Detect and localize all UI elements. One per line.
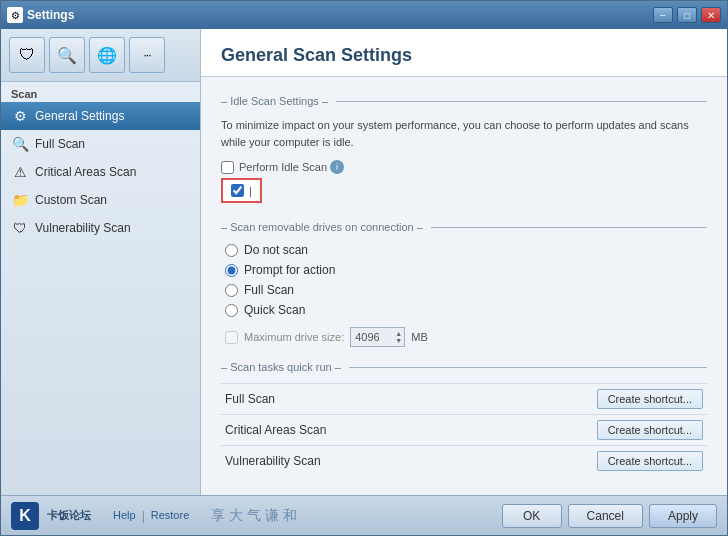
shield-icon-btn[interactable]: 🛡 — [9, 37, 45, 73]
vulnerability-shortcut-btn[interactable]: Create shortcut... — [597, 451, 703, 471]
drive-size-row: Maximum drive size: 4096 ▲ ▼ MB — [221, 327, 707, 347]
removable-section-header: – Scan removable drives on connection – — [221, 221, 707, 233]
search-icon-btn[interactable]: 🔍 — [49, 37, 85, 73]
quick-run-critical-areas-label: Critical Areas Scan — [221, 415, 459, 446]
custom-scan-icon: 📁 — [11, 191, 29, 209]
sidebar-item-critical-areas-scan[interactable]: ⚠ Critical Areas Scan — [1, 158, 200, 186]
footer-actions: OK Cancel Apply — [502, 504, 717, 528]
spinbox-arrows: ▲ ▼ — [395, 330, 402, 344]
quick-run-section-header: – Scan tasks quick run – — [221, 361, 707, 373]
max-drive-size-label: Maximum drive size: — [244, 331, 344, 343]
cancel-button[interactable]: Cancel — [568, 504, 643, 528]
window-title: Settings — [27, 8, 649, 22]
maximize-button[interactable]: □ — [677, 7, 697, 23]
footer-brand: 卡饭论坛 — [47, 508, 91, 523]
vulnerability-scan-label: Vulnerability Scan — [35, 221, 131, 235]
full-scan-label: Full Scan — [35, 137, 85, 151]
title-bar: ⚙ Settings − □ ✕ — [1, 1, 727, 29]
radio-quick-scan-input[interactable] — [225, 304, 238, 317]
sidebar-item-full-scan[interactable]: 🔍 Full Scan — [1, 130, 200, 158]
custom-scan-label: Custom Scan — [35, 193, 107, 207]
main-content: 🛡 🔍 🌐 ··· Scan ⚙ General Settings 🔍 Full… — [1, 29, 727, 495]
idle-scan-divider — [336, 101, 707, 102]
radio-prompt-for-action[interactable]: Prompt for action — [225, 263, 707, 277]
sidebar-toolbar: 🛡 🔍 🌐 ··· — [1, 29, 200, 82]
sidebar: 🛡 🔍 🌐 ··· Scan ⚙ General Settings 🔍 Full… — [1, 29, 201, 495]
highlighted-checkbox[interactable] — [231, 184, 244, 197]
footer-links: Help | Restore — [109, 509, 193, 523]
radio-do-not-scan[interactable]: Do not scan — [225, 243, 707, 257]
more-icon-btn[interactable]: ··· — [129, 37, 165, 73]
quick-run-table: Full Scan Create shortcut... Critical Ar… — [221, 383, 707, 476]
right-panel: General Scan Settings – Idle Scan Settin… — [201, 29, 727, 495]
scan-section-label: Scan — [1, 82, 200, 102]
close-button[interactable]: ✕ — [701, 7, 721, 23]
radio-full-scan-input[interactable] — [225, 284, 238, 297]
idle-scan-section-header: – Idle Scan Settings – — [221, 95, 707, 107]
sidebar-item-custom-scan[interactable]: 📁 Custom Scan — [1, 186, 200, 214]
globe-icon-btn[interactable]: 🌐 — [89, 37, 125, 73]
table-row: Vulnerability Scan Create shortcut... — [221, 446, 707, 477]
apply-button[interactable]: Apply — [649, 504, 717, 528]
max-drive-size-checkbox[interactable] — [225, 331, 238, 344]
critical-areas-label: Critical Areas Scan — [35, 165, 136, 179]
table-row: Full Scan Create shortcut... — [221, 384, 707, 415]
critical-areas-shortcut-btn[interactable]: Create shortcut... — [597, 420, 703, 440]
footer-logo: K — [11, 502, 39, 530]
perform-idle-scan-checkbox[interactable] — [221, 161, 234, 174]
spinbox-down-arrow[interactable]: ▼ — [395, 337, 402, 344]
info-icon[interactable]: i — [330, 160, 344, 174]
radio-prompt-input[interactable] — [225, 264, 238, 277]
radio-do-not-scan-input[interactable] — [225, 244, 238, 257]
highlighted-checkbox-text: | — [249, 185, 252, 197]
footer-watermark: 享 大 气 谦 和 — [211, 507, 297, 525]
minimize-button[interactable]: − — [653, 7, 673, 23]
perform-idle-scan-label: Perform Idle Scan i — [239, 160, 344, 174]
perform-idle-scan-row: Perform Idle Scan i — [221, 160, 707, 174]
full-scan-icon: 🔍 — [11, 135, 29, 153]
sidebar-item-general-settings[interactable]: ⚙ General Settings — [1, 102, 200, 130]
drive-size-value: 4096 — [355, 331, 379, 343]
idle-description: To minimize impact on your system perfor… — [221, 117, 707, 150]
panel-body: – Idle Scan Settings – To minimize impac… — [201, 77, 727, 495]
footer-left: K 卡饭论坛 Help | Restore 享 大 气 谦 和 — [11, 502, 297, 530]
vulnerability-scan-icon: 🛡 — [11, 219, 29, 237]
window-icon: ⚙ — [7, 7, 23, 23]
sidebar-item-vulnerability-scan[interactable]: 🛡 Vulnerability Scan — [1, 214, 200, 242]
quick-run-vulnerability-label: Vulnerability Scan — [221, 446, 459, 477]
quick-run-section-label: – Scan tasks quick run – — [221, 361, 341, 373]
spinbox-up-arrow[interactable]: ▲ — [395, 330, 402, 337]
table-row: Critical Areas Scan Create shortcut... — [221, 415, 707, 446]
footer: K 卡饭论坛 Help | Restore 享 大 气 谦 和 OK Cance… — [1, 495, 727, 535]
removable-radio-group: Do not scan Prompt for action Full Scan … — [221, 243, 707, 317]
drive-size-spinbox[interactable]: 4096 ▲ ▼ — [350, 327, 405, 347]
quick-run-divider — [349, 367, 707, 368]
quick-run-full-scan-label: Full Scan — [221, 384, 459, 415]
general-settings-label: General Settings — [35, 109, 124, 123]
general-settings-icon: ⚙ — [11, 107, 29, 125]
footer-brand-area: 卡饭论坛 — [47, 508, 91, 523]
footer-help-link[interactable]: Help — [109, 509, 140, 523]
radio-quick-scan[interactable]: Quick Scan — [225, 303, 707, 317]
critical-areas-icon: ⚠ — [11, 163, 29, 181]
removable-divider — [431, 227, 707, 228]
panel-header: General Scan Settings — [201, 29, 727, 77]
footer-restore-link[interactable]: Restore — [147, 509, 194, 523]
settings-window: ⚙ Settings − □ ✕ 🛡 🔍 🌐 ··· Scan ⚙ Genera… — [0, 0, 728, 536]
highlighted-checkbox-box: | — [221, 178, 262, 203]
panel-title: General Scan Settings — [221, 45, 707, 66]
removable-section-label: – Scan removable drives on connection – — [221, 221, 423, 233]
idle-scan-section-label: – Idle Scan Settings – — [221, 95, 328, 107]
full-scan-shortcut-btn[interactable]: Create shortcut... — [597, 389, 703, 409]
drive-size-unit: MB — [411, 331, 428, 343]
ok-button[interactable]: OK — [502, 504, 562, 528]
radio-full-scan[interactable]: Full Scan — [225, 283, 707, 297]
